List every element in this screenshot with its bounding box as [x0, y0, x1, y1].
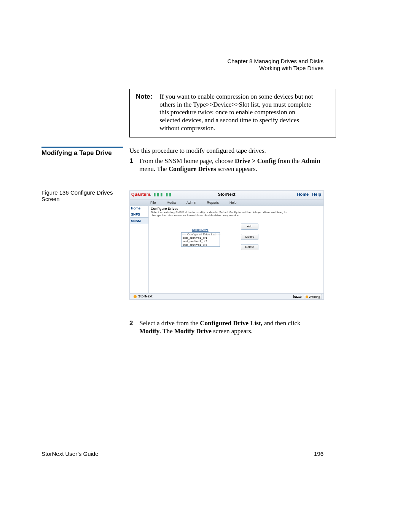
status-indicator-icon: [134, 295, 137, 298]
app-body: Home SNFS SNSM Configure Drives Select a…: [130, 205, 323, 294]
help-link[interactable]: Help: [312, 192, 321, 197]
home-link[interactable]: Home: [297, 192, 309, 197]
app-main: Configure Drives Select an existing SNSM…: [148, 205, 323, 294]
step-2-bold-3: Modify Drive: [174, 328, 212, 335]
step-1-bold-1: Drive > Config: [235, 157, 276, 165]
step-2-body: Select a drive from the Configured Drive…: [139, 320, 322, 335]
list-item[interactable]: scsi_archive1_dr2: [182, 240, 220, 243]
footer-title: StorNext User’s Guide: [41, 451, 99, 457]
status-bar: StorNext kazar Warning: [130, 293, 323, 299]
warning-button[interactable]: Warning: [304, 294, 322, 299]
step-1-body: From the SNSM home page, choose Drive > …: [139, 157, 322, 173]
intro-paragraph: Use this procedure to modify configured …: [129, 147, 325, 155]
sidebar-item-snsm[interactable]: SNSM: [130, 217, 148, 224]
list-item[interactable]: scsi_archive1_dr3: [182, 243, 220, 246]
step-2-text-a: Select a drive from the: [139, 320, 200, 327]
add-button[interactable]: Add: [241, 224, 258, 230]
app-titlebar: Quantum. ▮▮▮ ▮▮ StorNext Home Help: [130, 191, 323, 200]
configure-drives-screenshot: Quantum. ▮▮▮ ▮▮ StorNext Home Help File …: [129, 190, 324, 300]
step-2: 2 Select a drive from the Configured Dri…: [129, 320, 325, 335]
step-1-number: 1: [129, 157, 138, 165]
panel-description: Select an existing SNSM drive to modify …: [151, 211, 295, 217]
step-2-bold-2: Modify: [139, 328, 159, 335]
step-1-bold-2: Admin: [301, 157, 320, 165]
list-caption: ---- Configured Drive List ----: [182, 233, 220, 236]
step-1-text-b: from the: [276, 157, 301, 165]
header-section: Working with Tape Drives: [259, 65, 323, 71]
step-2-text-d: screen appears.: [212, 328, 253, 335]
section-rule: [41, 147, 123, 148]
step-1: 1 From the SNSM home page, choose Drive …: [129, 157, 325, 173]
panel-title: Configure Drives: [151, 207, 323, 211]
configured-drive-listbox[interactable]: ---- Configured Drive List ---- scsi_arc…: [181, 232, 220, 247]
page: Chapter 8 Managing Drives and Disks Work…: [0, 0, 411, 532]
step-1-text-a: From the SNSM home page, choose: [139, 157, 235, 165]
modify-button[interactable]: Modify: [241, 234, 258, 240]
menu-reports[interactable]: Reports: [207, 201, 219, 204]
status-user: kazar: [293, 295, 302, 299]
step-2-text-b: and then click: [263, 320, 301, 327]
sidebar-item-home[interactable]: Home: [130, 205, 148, 211]
top-links: Home Help: [295, 192, 321, 197]
status-product: StorNext: [138, 294, 153, 298]
status-right: kazar Warning: [293, 294, 322, 299]
delete-button[interactable]: Delete: [241, 244, 258, 250]
action-buttons: Add Modify Delete: [241, 224, 258, 254]
step-1-text-c: menu. The: [139, 165, 169, 173]
figure-caption: Figure 136 Configure Drives Screen: [41, 189, 121, 203]
menu-media[interactable]: Media: [167, 201, 176, 204]
step-2-bold-1: Configured Drive List,: [200, 320, 263, 327]
warning-label: Warning: [309, 295, 320, 299]
app-sidebar: Home SNFS SNSM: [130, 205, 149, 294]
step-1-bold-3: Configure Drives: [169, 165, 216, 173]
header-chapter: Chapter 8 Managing Drives and Disks: [227, 58, 323, 64]
note-box: Note: If you want to enable compression …: [129, 89, 336, 137]
warning-icon: [306, 296, 308, 298]
section-title: Modifying a Tape Drive: [41, 149, 112, 157]
list-item[interactable]: scsi_archive1_dr1: [182, 236, 220, 240]
select-drive-link[interactable]: Select Drive: [181, 228, 219, 232]
footer-page-number: 196: [314, 451, 323, 457]
step-2-text-c: . The: [159, 328, 174, 335]
menu-admin[interactable]: Admin: [186, 201, 196, 204]
menu-file[interactable]: File: [150, 201, 156, 204]
note-label: Note:: [136, 93, 158, 101]
note-text: If you want to enable compression on som…: [159, 93, 315, 133]
sidebar-item-snfs[interactable]: SNFS: [130, 211, 148, 217]
step-2-number: 2: [129, 320, 138, 328]
step-1-text-d: screen appears.: [216, 165, 257, 173]
menu-help[interactable]: Help: [229, 201, 237, 204]
